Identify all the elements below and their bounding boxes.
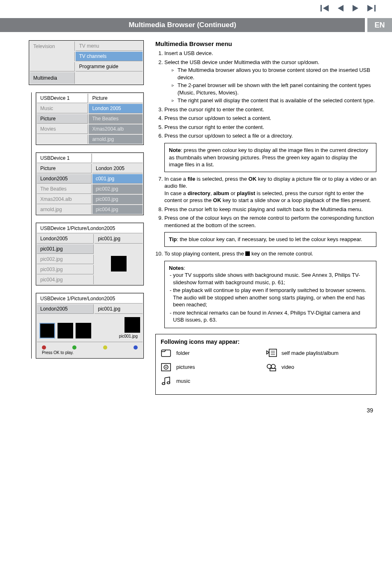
panel-header: USBDevice 1 (37, 154, 92, 163)
svg-rect-5 (374, 5, 376, 12)
menu-item: Television (30, 41, 75, 51)
list-item: Picture (37, 164, 92, 173)
icon-legend-heading: Following icons may appear: (161, 338, 371, 345)
thumbnail (39, 323, 55, 338)
page-title: Multimedia Browser (Continued) (0, 18, 365, 32)
step: Press the cursor up/down to select a con… (164, 115, 376, 122)
step: Press the cursor right to enter the cont… (164, 124, 376, 131)
step: Press the cursor right to enter the cont… (164, 106, 376, 113)
svg-point-18 (267, 364, 271, 368)
thumbnail (76, 323, 91, 338)
menu-item: Programme guide (76, 62, 143, 71)
playlist-icon (266, 348, 277, 358)
note-item: - your TV supports slide shows with back… (169, 271, 372, 286)
list-item: arnold.jpg (89, 135, 143, 144)
svg-marker-3 (353, 5, 358, 12)
step: Press one of the colour keys on the remo… (164, 214, 376, 229)
folder-icon (161, 348, 172, 358)
skip-next-icon[interactable] (367, 5, 376, 12)
menu-panel-2: USBDevice 1 Picture MusicLondon 2005 Pic… (36, 92, 144, 145)
list-item: London2005 (37, 234, 94, 244)
list-item: pic002.jpg (37, 255, 94, 264)
top-nav (0, 0, 392, 16)
list-item: arnold.jpg (37, 205, 92, 214)
thumbnail-caption: pic001.jpg (94, 334, 140, 338)
list-item: Music (37, 104, 88, 113)
list-item: pic001.jpg (37, 244, 94, 254)
note-item: - the playback will continue to play eve… (169, 287, 372, 308)
thumbnail (125, 317, 140, 333)
menu-item: Multimedia (30, 72, 75, 84)
list-item: pic002.jpg (92, 184, 143, 194)
tip-box: Tip: the blue colour key can, if necessa… (164, 232, 376, 247)
note-item: - more technical remarks can be found in… (169, 309, 372, 324)
section-heading: Multimedia Browser menu (155, 40, 376, 47)
green-key-icon (72, 345, 76, 350)
music-icon (161, 376, 172, 386)
substep: The right panel will display the content… (172, 97, 376, 104)
list-item: London2005 (37, 304, 94, 314)
list-item: pic001.jpg (95, 234, 143, 244)
list-item: pic004.jpg (92, 205, 143, 214)
panel-header: USBDevice 1 (37, 94, 88, 103)
panel-header: Picture (89, 94, 143, 103)
skip-prev-icon[interactable] (321, 5, 330, 12)
menu-panel-1: Television TV menu TV channels Programme… (29, 40, 144, 85)
svg-marker-17 (267, 351, 269, 354)
list-item: The Beatles (37, 184, 92, 194)
stop-key-icon (245, 251, 250, 256)
svg-point-19 (271, 364, 275, 368)
pictures-icon (161, 362, 172, 372)
title-bar: Multimedia Browser (Continued) EN (0, 18, 392, 32)
list-item: The Beatles (89, 114, 143, 124)
menu-item: TV menu (76, 41, 143, 51)
substep: The Multimedia browser allows you to bro… (172, 67, 376, 81)
list-item: Xmas2004.alb (37, 195, 92, 204)
list-item: pic003.jpg (37, 265, 94, 274)
yellow-key-icon (103, 345, 107, 350)
language-badge: EN (367, 18, 392, 32)
menu-panel-3: USBDevice 1 PictureLondon 2005 London200… (36, 152, 144, 215)
menu-panel-5: USBDevice 1/Picture/London2005 London200… (36, 293, 144, 359)
step: Press the cursor up/down to select a fil… (164, 132, 376, 140)
svg-marker-1 (323, 5, 329, 12)
list-item: pic004.jpg (37, 275, 94, 284)
list-item: London 2005 (89, 104, 143, 113)
step: Press the cursor left to keep music play… (164, 206, 376, 213)
list-item: London 2005 (92, 164, 143, 173)
play-next-icon[interactable] (352, 5, 359, 12)
breadcrumb: USBDevice 1/Picture/London2005 (37, 294, 143, 304)
step: To stop playing content, press the key o… (164, 250, 376, 258)
page-number: 39 (0, 395, 392, 422)
icon-legend: Following icons may appear: folder pictu… (155, 334, 376, 395)
red-key-icon (42, 345, 46, 350)
instruction-list: Insert a USB device. Select the USB devi… (155, 50, 376, 140)
svg-rect-6 (161, 350, 171, 357)
menu-item: TV channels (76, 52, 143, 61)
list-item: pic003.jpg (92, 195, 143, 204)
thumbnail (58, 323, 73, 338)
step: Insert a USB device. (164, 50, 376, 57)
list-item: Xmas2004.alb (89, 124, 143, 134)
left-column: Television TV menu TV channels Programme… (29, 40, 144, 395)
thumbnail (111, 256, 127, 271)
menu-panel-4: USBDevice 1/Picture/London2005 London200… (36, 223, 144, 285)
hint-text: Press OK to play. (37, 350, 143, 357)
step: In case a file is selected, press the OK… (164, 175, 376, 204)
list-item: London2005 (37, 174, 92, 184)
svg-marker-4 (367, 5, 373, 12)
instruction-list: In case a file is selected, press the OK… (155, 175, 376, 229)
svg-rect-0 (321, 5, 322, 12)
list-item: pic001.jpg (95, 304, 143, 314)
svg-marker-2 (338, 5, 344, 12)
blue-key-icon (134, 345, 138, 350)
list-item: Movies (37, 124, 88, 134)
play-prev-icon[interactable] (337, 5, 344, 12)
note-box: Note: press the green colour key to disp… (164, 143, 376, 172)
instruction-list: To stop playing content, press the key o… (155, 250, 376, 258)
breadcrumb: USBDevice 1/Picture/London2005 (37, 224, 143, 233)
video-icon (266, 362, 277, 372)
list-item: Picture (37, 114, 88, 124)
substep: The 2-panel browser will be shown with t… (172, 82, 376, 96)
svg-rect-20 (270, 368, 276, 371)
